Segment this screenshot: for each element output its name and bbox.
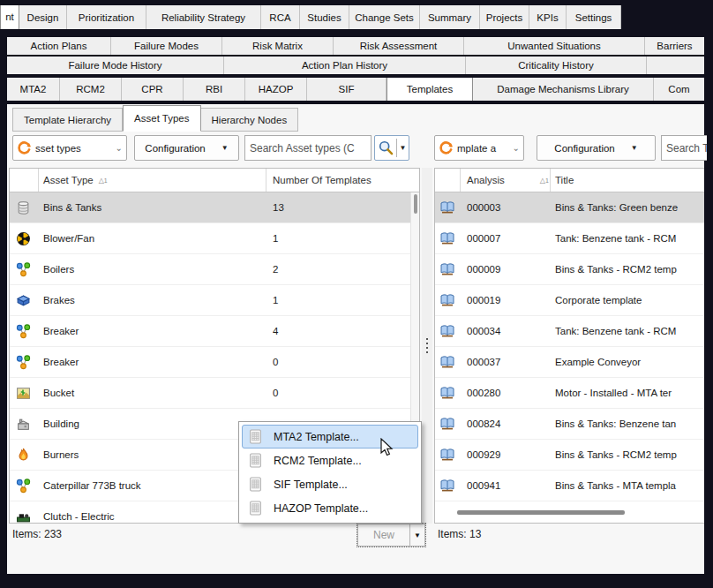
templates-table: Analysis △1 Title 000003Bins & Tanks: Gr… xyxy=(434,168,704,524)
tab-design[interactable]: Design xyxy=(19,5,67,29)
templates-table-header: Analysis △1 Title xyxy=(435,169,704,192)
tab-barriers[interactable]: Barriers xyxy=(645,37,704,55)
tab-risk-assessment[interactable]: Risk Assessment xyxy=(334,37,464,55)
new-button-label[interactable]: New xyxy=(357,524,410,547)
tab-hazop[interactable]: HAZOP xyxy=(245,78,307,101)
nodes-icon xyxy=(16,479,31,494)
column-header-title[interactable]: Title xyxy=(555,169,574,192)
tab-damage-mechanisms-library[interactable]: Damage Mechanisms Library xyxy=(473,78,654,101)
asset-type-view-selector[interactable]: sset types ⌄ xyxy=(12,135,127,161)
tab-rbi[interactable]: RBI xyxy=(184,78,245,101)
template-row-000019[interactable]: 000019Corporate template xyxy=(435,285,704,316)
analysis-number: 000003 xyxy=(467,192,548,222)
asset-type-name: Burners xyxy=(43,440,264,470)
column-header-number-of-templates[interactable]: Number Of Templates xyxy=(273,169,372,192)
search-placeholder: Search Te xyxy=(666,142,707,155)
tab-templates[interactable]: Templates xyxy=(387,78,473,101)
tab-failure-mode-history[interactable]: Failure Mode History xyxy=(7,57,224,74)
tab-failure-modes[interactable]: Failure Modes xyxy=(111,37,222,55)
tab-unwanted-situations[interactable]: Unwanted Situations xyxy=(464,37,645,55)
tab-kpis[interactable]: KPIs xyxy=(529,5,567,29)
tab-mta2[interactable]: MTA2 xyxy=(7,78,60,101)
template-row-000037[interactable]: 000037Example Conveyor xyxy=(435,347,704,378)
tab-blank xyxy=(647,57,704,74)
tab-rcm2[interactable]: RCM2 xyxy=(60,78,122,101)
asset-types-search-input[interactable]: Search Asset types (C xyxy=(244,135,372,161)
template-row-000941[interactable]: 000941Bins & Tanks - MTA templa xyxy=(435,471,704,501)
template-row-000007[interactable]: 000007Tank: Benzene tank - RCM xyxy=(435,223,704,254)
asset-type-row-bucket[interactable]: Bucket0 xyxy=(10,378,419,409)
new-template-context-menu: MTA2 Template...RCM2 Template...SIF Temp… xyxy=(238,421,422,524)
tab-com[interactable]: Com xyxy=(654,78,704,101)
left-items-count: Items: 233 xyxy=(12,528,62,540)
inner-tab-template-hierarchy[interactable]: Template Hierarchy xyxy=(12,108,123,132)
search-button[interactable]: ▼ xyxy=(374,135,409,161)
template-row-000824[interactable]: 000824Bins & Tanks: Benzene tan xyxy=(435,409,704,440)
menu-item-hazop-template[interactable]: HAZOP Template... xyxy=(242,496,418,520)
tab-reliability-strategy[interactable]: Reliability Strategy xyxy=(146,5,261,29)
tab-sif[interactable]: SIF xyxy=(307,78,387,101)
template-count: 2 xyxy=(273,254,405,284)
chevron-down-icon: ⌄ xyxy=(116,143,123,153)
search-placeholder: Search Asset types (C xyxy=(250,142,355,155)
horizontal-scrollbar-thumb[interactable] xyxy=(457,510,625,515)
asset-type-row-breaker[interactable]: Breaker4 xyxy=(10,316,419,347)
book-icon xyxy=(439,231,455,246)
tab-cpr[interactable]: CPR xyxy=(122,78,184,101)
tab-studies[interactable]: Studies xyxy=(300,5,349,29)
template-row-000009[interactable]: 000009Bins & Tanks - RCM2 temp xyxy=(435,254,704,285)
search-options-caret-icon[interactable]: ▼ xyxy=(397,144,409,152)
template-doc-icon xyxy=(248,453,263,468)
asset-type-row-breaker[interactable]: Breaker0 xyxy=(10,347,419,378)
tab-prioritization[interactable]: Prioritization xyxy=(67,5,146,29)
template-row-000003[interactable]: 000003Bins & Tanks: Green benze xyxy=(435,192,704,223)
asset-type-row-blower-fan[interactable]: Blower/Fan1 xyxy=(10,223,419,254)
right-items-count: Items: 13 xyxy=(438,528,481,540)
scrollbar-thumb[interactable] xyxy=(414,194,417,214)
book-icon xyxy=(439,448,455,463)
left-configuration-button[interactable]: Configuration ▼ xyxy=(134,135,239,161)
asset-type-row-brakes[interactable]: Brakes1 xyxy=(10,285,419,316)
inner-tab-hierarchy-nodes[interactable]: Hierarchy Nodes xyxy=(201,108,299,132)
tab-settings[interactable]: Settings xyxy=(567,5,621,29)
asset-type-name: Building xyxy=(43,409,264,439)
menu-item-sif-template[interactable]: SIF Template... xyxy=(242,472,418,496)
column-header-asset-type[interactable]: Asset Type △1 xyxy=(43,169,108,192)
template-title: Corporate template xyxy=(555,285,704,315)
tab-row-2: Action PlansFailure ModesRisk MatrixRisk… xyxy=(7,37,704,55)
book-icon xyxy=(439,355,455,370)
asset-type-name: Boilers xyxy=(43,254,264,284)
refresh-orange-icon xyxy=(17,140,32,155)
template-title: Bins & Tanks - MTA templa xyxy=(555,471,704,501)
tab-action-plan-history[interactable]: Action Plan History xyxy=(224,57,466,74)
template-count: 0 xyxy=(273,347,405,377)
new-dropdown-caret-icon[interactable]: ▼ xyxy=(410,524,425,547)
template-title: Bins & Tanks - RCM2 temp xyxy=(555,440,704,470)
right-configuration-button[interactable]: Configuration ▼ xyxy=(537,135,656,161)
inner-tab-strip: Template HierarchyAsset TypesHierarchy N… xyxy=(12,108,298,132)
tab-projects[interactable]: Projects xyxy=(480,5,529,29)
asset-type-row-boilers[interactable]: Boilers2 xyxy=(10,254,419,285)
new-button[interactable]: New ▼ xyxy=(356,523,426,547)
tab-criticality-history[interactable]: Criticality History xyxy=(466,57,647,74)
inner-tab-asset-types[interactable]: Asset Types xyxy=(123,105,200,132)
template-row-000929[interactable]: 000929Bins & Tanks - RCM2 temp xyxy=(435,440,704,471)
template-row-000280[interactable]: 000280Motor - Installed - MTA ter xyxy=(435,378,704,409)
menu-item-label: RCM2 Template... xyxy=(274,455,362,467)
tab-summary[interactable]: Summary xyxy=(420,5,480,29)
asset-type-row-bins-tanks[interactable]: Bins & Tanks13 xyxy=(10,192,419,223)
column-header-analysis[interactable]: Analysis △1 xyxy=(467,169,549,192)
tab-row-4: MTA2RCM2CPRRBIHAZOPSIFTemplatesDamage Me… xyxy=(7,78,704,101)
tab-action-plans[interactable]: Action Plans xyxy=(7,37,111,55)
tab-risk-matrix[interactable]: Risk Matrix xyxy=(222,37,334,55)
app-window: ntDesignPrioritizationReliability Strate… xyxy=(0,0,713,588)
tab-nt[interactable]: nt xyxy=(0,5,19,29)
tab-rca[interactable]: RCA xyxy=(261,5,300,29)
tab-change-sets[interactable]: Change Sets xyxy=(349,5,420,29)
template-view-selector[interactable]: mplate a ⌄ xyxy=(434,135,524,161)
template-row-000034[interactable]: 000034Tank: Benzene tank - RCM xyxy=(435,316,704,347)
analysis-number: 000929 xyxy=(467,440,548,470)
template-count: 13 xyxy=(273,192,405,222)
templates-search-input[interactable]: Search Te xyxy=(661,135,707,161)
panel-splitter[interactable] xyxy=(422,168,432,524)
